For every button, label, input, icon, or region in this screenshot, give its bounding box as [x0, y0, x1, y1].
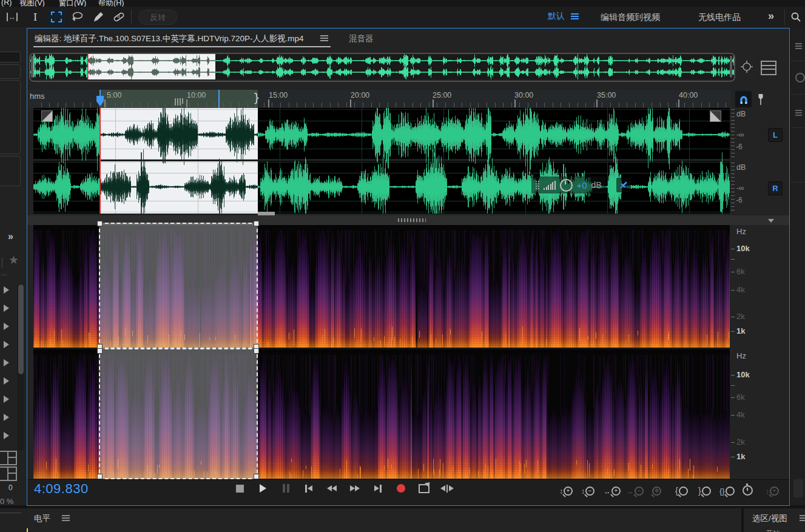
workspace-tab-radio[interactable]: 无线电作品 [698, 12, 741, 23]
cd-layout-icon-2[interactable] [0, 466, 17, 481]
workspace-tab-default[interactable]: 默认 [548, 11, 579, 22]
list-item-arrow[interactable] [4, 359, 9, 366]
selection-handle[interactable] [254, 221, 259, 226]
overview-left-grip[interactable] [31, 56, 33, 78]
zoom-in-horizontal-button[interactable]: ↔+ [604, 482, 621, 496]
ruler-marker-line[interactable] [218, 90, 220, 108]
timed-record-button[interactable] [743, 482, 753, 496]
hud-pin-button[interactable] [616, 178, 631, 192]
workspace-tab-edit-av[interactable]: 编辑音频到视频 [601, 12, 660, 23]
overview-waveform-canvas[interactable] [30, 54, 734, 79]
ibeam-tool[interactable]: I [27, 9, 44, 25]
playhead-line[interactable] [99, 108, 101, 214]
sidebar-field[interactable] [0, 64, 21, 79]
record-button[interactable] [392, 481, 410, 496]
volume-hud[interactable]: +0 dB [531, 177, 606, 194]
display-list-button[interactable] [761, 61, 776, 75]
selection-handle[interactable] [97, 474, 103, 479]
levels-panel-title[interactable]: 电平 [34, 513, 50, 524]
zoom-to-in-point-button[interactable]: { [675, 482, 688, 496]
marker-pin-button[interactable] [755, 92, 767, 107]
selection-handle[interactable] [254, 474, 259, 479]
spectral-selection-right[interactable] [99, 348, 258, 479]
paintbrush-tool[interactable] [90, 9, 107, 25]
pause-button[interactable] [277, 481, 295, 496]
sidebar-box[interactable] [0, 156, 21, 186]
selection-bottom-grip[interactable] [258, 212, 275, 215]
list-item-arrow[interactable] [4, 377, 9, 385]
zoom-vertical-scale-button[interactable]: ↕+ [766, 482, 779, 496]
fade-in-handle[interactable] [41, 110, 53, 122]
expand-chevrons[interactable]: » [8, 231, 13, 242]
editor-tab[interactable]: 编辑器: 地球百子.The.100.S07E13.中英字幕.HDTVrip.72… [35, 33, 304, 44]
time-selection-tool[interactable]: ↔ [4, 9, 21, 25]
selection-view-menu-icon[interactable] [800, 517, 805, 519]
rewind-button[interactable] [323, 481, 341, 496]
divider-collapse-arrow[interactable] [768, 219, 774, 223]
zoom-to-selection-button[interactable]: {} [719, 482, 735, 496]
menu-item[interactable]: (R) [1, 0, 12, 7]
time-display[interactable]: 4:09.830 [34, 481, 89, 497]
list-item-arrow[interactable] [4, 323, 9, 330]
play-button[interactable] [254, 481, 272, 496]
menu-item-view[interactable]: 视图(V) [19, 0, 45, 7]
waveform-canvas[interactable] [33, 108, 730, 214]
search-button[interactable] [789, 10, 803, 24]
sidebar-field[interactable] [0, 52, 21, 62]
spectral-selection-left[interactable] [99, 223, 258, 349]
mixer-tab[interactable]: 混音器 [349, 33, 374, 44]
channel-badge-left[interactable]: L [768, 128, 783, 142]
skip-selection-button[interactable] [438, 481, 456, 496]
fade-out-handle[interactable] [710, 110, 721, 122]
workspace-overflow-chevron[interactable]: » [768, 10, 774, 22]
list-item-arrow[interactable] [4, 305, 9, 312]
list-item-arrow[interactable] [4, 414, 9, 421]
invert-button[interactable]: 反转 [138, 10, 177, 25]
right-panel-icon-list[interactable] [795, 45, 802, 47]
fast-forward-button[interactable] [346, 481, 364, 496]
lasso-selection-tool[interactable] [69, 9, 86, 25]
divider-grip-dots[interactable] [398, 218, 426, 222]
zoom-out-vertical-button[interactable]: ↕− [581, 482, 594, 496]
zoom-fit-button[interactable] [739, 59, 755, 75]
zoom-reset-button[interactable]: ✥ [652, 482, 661, 496]
hud-gain-value[interactable]: +0 [577, 180, 587, 190]
playhead-marker[interactable] [96, 96, 104, 106]
marker-cluster[interactable] [175, 98, 184, 106]
stop-button[interactable] [231, 481, 249, 496]
sidebar-box[interactable] [0, 80, 21, 154]
overview-right-grip[interactable] [730, 56, 732, 78]
zoom-out-horizontal-button[interactable]: ↔− [627, 482, 644, 496]
list-item-arrow[interactable] [4, 341, 9, 348]
snap-toggle-button[interactable] [735, 91, 752, 107]
spot-healing-tool[interactable] [110, 9, 127, 25]
list-item-arrow[interactable] [4, 396, 9, 403]
selection-handle[interactable] [97, 348, 103, 354]
favorite-star-icon[interactable]: ★ [8, 253, 19, 267]
selection-handle[interactable] [97, 221, 103, 226]
zoom-to-out-point-button[interactable]: } [698, 482, 711, 496]
skip-to-end-button[interactable] [369, 481, 387, 496]
list-item-arrow[interactable] [4, 286, 9, 294]
right-panel-icon-sliders[interactable] [795, 112, 802, 113]
gain-knob-icon[interactable] [560, 179, 573, 192]
right-panel-icon-tool[interactable] [795, 73, 805, 82]
menu-item-window[interactable]: 窗口(W) [59, 0, 86, 7]
list-item-arrow[interactable] [4, 432, 9, 439]
channel-badge-right[interactable]: R [768, 181, 783, 195]
hud-grip-icon[interactable] [536, 181, 539, 189]
selection-end-handle[interactable]: } [253, 91, 260, 104]
editor-tab-menu-icon[interactable] [320, 38, 328, 39]
sidebar-scrollbar-thumb[interactable] [18, 285, 24, 374]
timeline-ruler[interactable]: hms 5:00 10:00 15:00 20:00 25:00 30:00 3… [27, 90, 731, 108]
loop-playback-button[interactable] [415, 481, 433, 496]
selection-handle[interactable] [254, 348, 259, 354]
zoom-in-vertical-button[interactable]: ↕+ [559, 482, 573, 496]
marquee-selection-tool[interactable] [48, 8, 65, 25]
menu-item-help[interactable]: 帮助(H) [98, 0, 124, 7]
cd-layout-icon[interactable] [0, 451, 17, 465]
selection-view-title[interactable]: 选区/视图 [752, 513, 787, 524]
levels-panel-menu-icon[interactable] [62, 517, 70, 519]
skip-to-start-button[interactable] [300, 481, 318, 496]
workspace-menu-icon[interactable] [571, 16, 579, 17]
